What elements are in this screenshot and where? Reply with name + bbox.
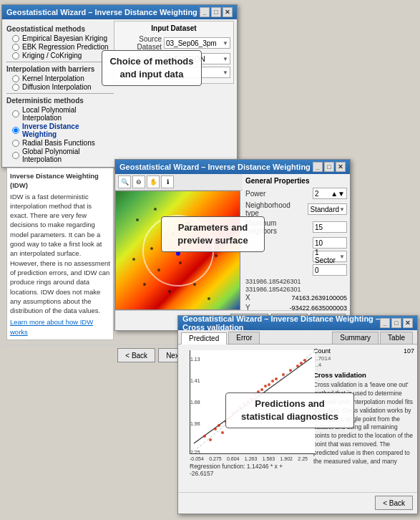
radio-diffusion[interactable]: Diffusion Interpolation [12,83,114,91]
idw-desc-title: Inverse Distance Weighting (IDW) [10,171,110,191]
idw-desc-text: IDW is a fast deterministic interpolatio… [10,192,110,316]
radio-ebk[interactable]: Empirical Bayesian Kriging [12,34,114,42]
interpolation-barriers-group: Kernel Interpolation Diffusion Interpola… [12,74,114,91]
svg-point-8 [157,269,160,271]
radio-ebk-regression[interactable]: EBK Regression Prediction [12,43,114,51]
svg-text:1.41: 1.41 [190,378,200,383]
source-dataset-dropdown-arrow: ▼ [223,40,228,47]
map-toolbar: 🔍 ⊖ ✋ ℹ [115,174,243,191]
neighborhood-row: Neighborhood type Standard ▼ [245,201,347,217]
tab-summary[interactable]: Summary [332,332,379,344]
sector-input[interactable]: 1 Sector ▼ [313,251,347,262]
geostatistical-label: Geostatistical methods [6,25,114,33]
regression-text: Regression function: 1.14246 * x + -26.6… [190,463,308,477]
win1-maximize[interactable]: □ [211,7,221,17]
sector-dropdown-arrow: ▼ [339,254,345,260]
win2-buttons: _ □ ✕ [313,162,346,172]
x-row: X 74163.2639100005 [245,294,347,302]
identify-icon[interactable]: ℹ [161,175,174,188]
deterministic-group: Local Polynomial Interpolation Inverse D… [12,106,114,163]
input-dataset-title: Input Dataset [117,24,230,32]
pan-icon[interactable]: ✋ [147,175,160,188]
source-dataset-label: Source Dataset [117,35,162,51]
tab-table[interactable]: Table [380,332,413,344]
win1-minimize[interactable]: _ [200,7,210,17]
cross-validation-title: Cross validation [313,371,414,379]
power-input[interactable]: 2 ▲▼ [313,188,347,199]
win3-buttons: _ □ ✕ [380,318,413,328]
win3-close[interactable]: ✕ [403,318,413,328]
svg-point-12 [143,283,146,286]
win2-close[interactable]: ✕ [336,162,346,172]
idw-description: Inverse Distance Weighting (IDW) IDW is … [6,168,114,340]
svg-point-32 [260,388,263,391]
field2-input[interactable]: 0 [313,264,347,276]
svg-point-21 [218,424,220,427]
radio-local-poly[interactable]: Local Polynomial Interpolation [12,106,114,122]
source-dataset-input[interactable]: 03_Sep06_3pm ▼ [164,37,230,49]
max-neighbors-input[interactable]: 15 [313,221,347,233]
svg-point-40 [221,431,224,434]
win1-close[interactable]: ✕ [223,7,233,17]
svg-point-36 [275,377,278,380]
win3-minimize[interactable]: _ [380,318,390,328]
radio-global-poly[interactable]: Global Polynomial Interpolation [12,148,114,163]
radio-kernel[interactable]: Kernel Interpolation [12,74,114,82]
radio-kriging[interactable]: Kriging / CoKriging [12,52,114,59]
callout-methods: Choice of methods and input data [102,50,202,86]
svg-point-4 [150,247,153,250]
y-row: Y -93422.6635000003 [245,304,347,310]
x-label: X [245,294,288,302]
field2-row: 0 [245,264,347,276]
zoom-in-icon[interactable]: 🔍 [118,175,131,188]
win3-maximize[interactable]: □ [391,318,401,328]
count-label: Count [313,347,331,355]
win1-title: Geostatistical Wizard – Inverse Distance… [6,8,197,16]
power-row: Power 2 ▲▼ [245,188,347,199]
svg-point-42 [300,362,303,365]
callout-predictions: Predictions and statistical diagnostics [225,393,354,428]
svg-point-7 [179,261,182,264]
weight-field-dropdown-arrow: ▼ [223,69,228,76]
svg-text:1.13: 1.13 [190,357,200,362]
svg-point-15 [132,258,135,261]
zoom-out-icon[interactable]: ⊖ [132,175,145,188]
svg-point-19 [203,435,206,438]
neighborhood-input[interactable]: Standard ▼ [308,203,347,215]
idw-learn-more-link[interactable]: Learn more about how IDW works [10,318,93,335]
power-label: Power [245,190,310,198]
win3-back-button[interactable]: < Back [375,496,413,510]
y-label: Y [245,304,286,310]
svg-point-33 [264,385,267,387]
win2-title: Geostatistical Wizard – Inverse Distance… [119,163,311,171]
sector-row: 1 Sector ▼ [245,251,347,262]
svg-point-1 [136,218,139,221]
svg-point-43 [303,359,306,362]
x-ticks: -0.054 0.275 0.604 1.263 1.583 1.902 2.2… [190,456,308,461]
svg-point-35 [271,380,274,382]
callout-params: Parameters and preview surface [161,216,265,252]
win1-back-button[interactable]: < Back [117,348,155,362]
svg-point-10 [193,283,196,286]
svg-point-38 [289,369,292,372]
win2-minimize[interactable]: _ [313,162,323,172]
radio-idw[interactable]: Inverse Distance Weighting [12,122,114,138]
callout3-text: Predictions and statistical diagnostics [241,398,338,422]
neighborhood-dropdown-arrow: ▼ [339,206,345,213]
neighborhood-label: Neighborhood type [245,201,305,217]
field1-input[interactable]: 10 [313,237,347,249]
tab-error[interactable]: Error [228,332,260,344]
interpolation-barriers-label: Interpolation with barriers [6,65,114,73]
count-value: 107 [404,347,414,355]
data-field-dropdown-arrow: ▼ [223,56,228,62]
win1-titlebar: Geostatistical Wizard – Inverse Distance… [2,5,237,19]
y-value: -93422.6635000003 [289,304,347,311]
tab-predicted[interactable]: Predicted [181,332,227,345]
svg-point-39 [296,365,299,367]
svg-point-9 [215,254,218,257]
callout1-text: Choice of methods and input data [109,56,193,80]
win2-maximize[interactable]: □ [324,162,334,172]
svg-point-2 [154,208,157,211]
radio-radial[interactable]: Radial Basis Functions [12,139,114,147]
win2-titlebar: Geostatistical Wizard – Inverse Distance… [115,160,350,174]
